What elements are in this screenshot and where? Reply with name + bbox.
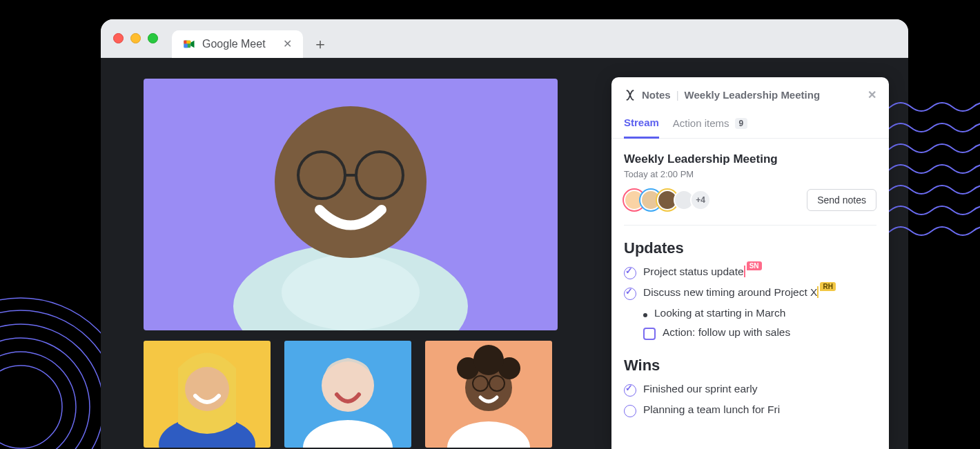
video-tile[interactable] [144, 341, 271, 448]
send-notes-button[interactable]: Send notes [807, 189, 876, 211]
meeting-title: Weekly Leadership Meeting [624, 152, 876, 166]
svg-point-20 [185, 367, 229, 411]
svg-point-21 [303, 420, 393, 448]
tab-action-items[interactable]: Action items 9 [673, 110, 747, 137]
note-item[interactable]: Project status update​SN [624, 266, 876, 279]
minimize-window-button[interactable] [130, 33, 141, 43]
check-icon [624, 267, 636, 279]
note-item[interactable]: Planning a team lunch for Fri [624, 403, 876, 417]
note-item[interactable]: Discuss new timing around Project X​RH [624, 286, 876, 300]
video-tile[interactable] [425, 341, 552, 448]
svg-point-4 [0, 310, 117, 449]
video-tile[interactable] [284, 341, 411, 448]
svg-point-1 [0, 352, 76, 449]
cursor-tag: RH [820, 282, 835, 291]
close-window-button[interactable] [113, 33, 124, 43]
svg-point-0 [0, 366, 62, 448]
svg-point-27 [473, 345, 504, 375]
browser-tab-bar: Google Meet ✕ ＋ [101, 19, 908, 58]
section-updates-heading: Updates [624, 239, 876, 257]
svg-point-2 [0, 338, 90, 449]
new-tab-button[interactable]: ＋ [313, 34, 328, 54]
panel-label-notes: Notes [642, 89, 671, 101]
tab-stream[interactable]: Stream [624, 110, 659, 139]
svg-point-14 [282, 255, 420, 330]
notes-panel: Notes | Weekly Leadership Meeting ✕ Stre… [611, 77, 889, 449]
check-icon [624, 384, 636, 397]
attendees-more[interactable]: +4 [690, 190, 711, 210]
participant-avatar [284, 341, 411, 448]
note-item[interactable]: Finished our sprint early [624, 383, 876, 397]
tab-close-icon[interactable]: ✕ [283, 37, 292, 50]
note-action-item[interactable]: Action: follow up with sales [643, 326, 876, 340]
browser-tab[interactable]: Google Meet ✕ [172, 30, 303, 58]
window-controls [113, 33, 158, 43]
checkbox-icon[interactable] [643, 328, 656, 340]
svg-point-23 [447, 421, 530, 448]
svg-rect-12 [184, 40, 187, 43]
meeting-time: Today at 2:00 PM [624, 169, 876, 179]
participant-avatar [144, 341, 271, 448]
action-items-count: 9 [735, 118, 748, 129]
panel-close-button[interactable]: ✕ [868, 88, 876, 101]
panel-header: Notes | Weekly Leadership Meeting ✕ [611, 77, 889, 110]
browser-window: Google Meet ✕ ＋ [101, 19, 908, 449]
participant-avatar [144, 79, 558, 330]
attendees-row: +4 Send notes [624, 189, 876, 211]
participant-avatar [425, 341, 552, 448]
note-subitem[interactable]: Looking at starting in March [643, 307, 876, 319]
main-video-tile[interactable] [144, 79, 558, 330]
app-logo-icon [624, 89, 636, 101]
section-wins-heading: Wins [624, 357, 876, 375]
check-icon [624, 288, 636, 300]
bullet-icon [643, 313, 647, 317]
svg-point-3 [0, 324, 104, 449]
maximize-window-button[interactable] [148, 33, 158, 43]
tab-title: Google Meet [202, 38, 276, 50]
check-icon [624, 405, 636, 417]
cursor-tag: SN [747, 261, 762, 270]
svg-point-15 [275, 106, 427, 258]
meet-favicon-icon [183, 38, 195, 50]
meet-viewport: Notes | Weekly Leadership Meeting ✕ Stre… [101, 58, 908, 449]
panel-meeting-name: Weekly Leadership Meeting [685, 89, 820, 101]
panel-tabs: Stream Action items 9 [611, 110, 889, 139]
